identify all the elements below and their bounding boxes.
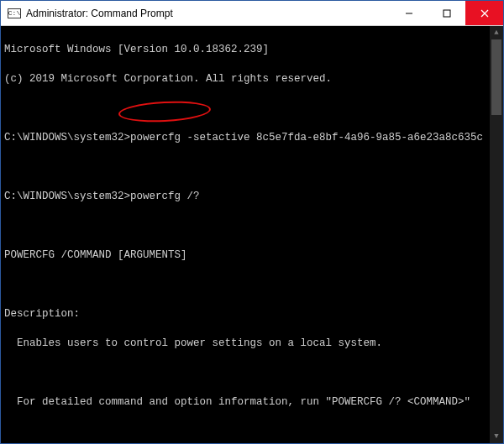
- title-left: C:\ Administrator: Command Prompt: [1, 1, 390, 25]
- titlebar[interactable]: C:\ Administrator: Command Prompt: [1, 1, 503, 26]
- scroll-down-arrow[interactable]: ▼: [490, 430, 503, 443]
- maximize-button[interactable]: [428, 1, 465, 25]
- copyright-line: (c) 2019 Microsoft Corporation. All righ…: [4, 72, 500, 87]
- svg-rect-1: [444, 10, 450, 17]
- scroll-up-arrow[interactable]: ▲: [490, 26, 503, 39]
- description-body: Enables users to control power settings …: [4, 337, 500, 352]
- usage-line: POWERCFG /COMMAND [ARGUMENTS]: [4, 248, 500, 264]
- description-header: Description:: [4, 307, 500, 322]
- scroll-thumb[interactable]: [491, 39, 501, 115]
- command-prompt-window: C:\ Administrator: Command Prompt Micros…: [0, 0, 504, 444]
- minimize-button[interactable]: [390, 1, 428, 25]
- version-line: Microsoft Windows [Version 10.0.18362.23…: [4, 43, 500, 58]
- command-line-2: C:\WINDOWS\system32>powercfg /?: [4, 190, 500, 205]
- description-detail: For detailed command and option informat…: [4, 395, 500, 410]
- command-line-1: C:\WINDOWS\system32>powercfg -setactive …: [4, 131, 500, 146]
- window-title: Administrator: Command Prompt: [26, 8, 173, 19]
- scroll-track[interactable]: [490, 39, 503, 430]
- window-controls: [390, 1, 503, 25]
- cmd-icon: C:\: [8, 8, 21, 18]
- terminal-output[interactable]: Microsoft Windows [Version 10.0.18362.23…: [1, 26, 503, 443]
- close-button[interactable]: [465, 1, 503, 25]
- vertical-scrollbar[interactable]: ▲ ▼: [490, 26, 503, 443]
